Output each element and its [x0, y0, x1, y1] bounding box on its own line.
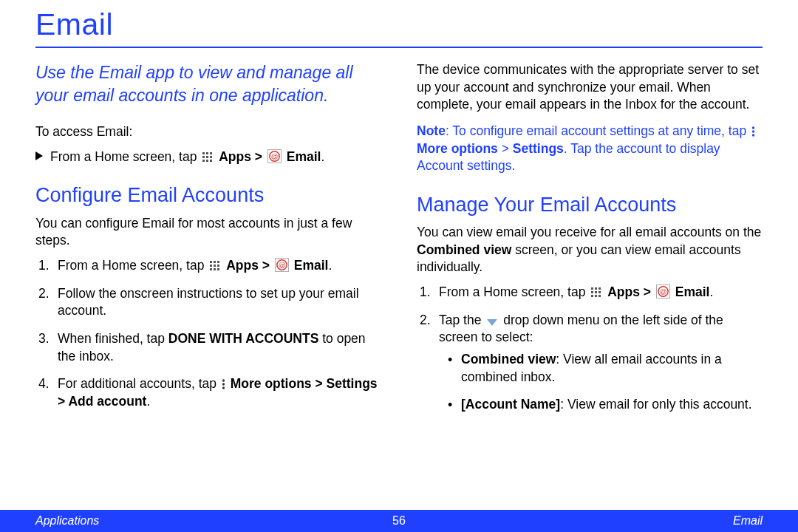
title-rule: [35, 47, 763, 48]
server-para: The device communicates with the appropr…: [417, 61, 763, 114]
note-b2: Settings: [513, 141, 564, 156]
note-b1: More options: [417, 141, 498, 156]
manage-heading: Manage Your Email Accounts: [417, 191, 763, 218]
bullet-account-name: [Account Name]: View email for only this…: [446, 396, 763, 414]
email-label: Email: [287, 149, 321, 164]
page-title: Email: [35, 7, 763, 47]
more-options-icon: [222, 378, 225, 390]
manage-bullets: Combined view: View all email accounts i…: [439, 351, 763, 414]
ms2-pre: Tap the: [439, 313, 485, 327]
apps-grid-icon: [202, 151, 214, 163]
more-options-icon: [751, 126, 755, 137]
cs4-b1: More options: [231, 376, 312, 391]
access-label: To access Email:: [35, 123, 381, 141]
cs4-mid: >: [312, 376, 327, 391]
ms1-gt: >: [640, 284, 655, 299]
left-column: Use the Email app to view and manage all…: [35, 61, 381, 424]
cs1-pre: From a Home screen, tap: [58, 258, 208, 273]
cs1-period: .: [328, 258, 332, 273]
note-label: Note: [417, 123, 446, 138]
cs4-pre: For additional accounts, tap: [58, 376, 220, 391]
play-icon: [35, 151, 43, 160]
ms1-pre: From a Home screen, tap: [439, 284, 589, 299]
footer-page-number: 56: [392, 514, 406, 528]
apps-grid-icon: [209, 260, 221, 272]
access-step: From a Home screen, tap Apps > Email.: [35, 149, 381, 166]
configure-step-1: From a Home screen, tap Apps > Email.: [35, 257, 381, 275]
cs3-b: DONE WITH ACCOUNTS: [168, 331, 319, 346]
gt-1: >: [251, 149, 266, 164]
configure-steps: From a Home screen, tap Apps > Email. Fo…: [35, 257, 381, 410]
note-t1: : To configure email account settings at…: [446, 123, 750, 138]
ms1-email: Email: [675, 284, 710, 299]
apps-label: Apps: [219, 149, 251, 164]
dropdown-icon: [486, 318, 498, 327]
cs4-mid2: >: [58, 394, 68, 409]
cs4-b2: Settings: [327, 376, 378, 391]
note-mid: >: [498, 141, 513, 156]
cs4-b3: Add account: [68, 394, 146, 409]
right-column: The device communicates with the appropr…: [417, 61, 763, 424]
footer-bar: Applications 56 Email: [0, 510, 798, 532]
configure-step-3: When finished, tap DONE WITH ACCOUNTS to…: [35, 330, 381, 365]
mi-pre: You can view email you receive for all e…: [417, 225, 761, 239]
configure-step-2: Follow the onscreen instructions to set …: [35, 285, 381, 320]
apps-grid-icon: [590, 287, 602, 299]
configure-intro: You can configure Email for most account…: [35, 215, 381, 250]
b1-b: Combined view: [461, 352, 556, 366]
cs1-gt: >: [259, 258, 273, 273]
configure-step-4: For additional accounts, tap More option…: [35, 375, 381, 410]
email-icon: [267, 149, 282, 163]
ms1-apps: Apps: [607, 284, 640, 299]
b2-post: : View email for only this account.: [560, 397, 751, 412]
period-1: .: [321, 149, 324, 164]
cs3-pre: When finished, tap: [58, 331, 168, 346]
email-icon: [275, 258, 289, 272]
footer-left: Applications: [35, 514, 99, 528]
footer-right: Email: [733, 514, 763, 528]
intro-text: Use the Email app to view and manage all…: [35, 61, 381, 107]
cs4-post: .: [146, 394, 150, 409]
email-icon: [656, 284, 670, 299]
manage-steps: From a Home screen, tap Apps > Email. Ta…: [417, 284, 763, 414]
manage-intro: You can view email you receive for all e…: [417, 224, 763, 276]
b2-b: [Account Name]: [461, 397, 560, 412]
cs1-apps: Apps: [226, 258, 259, 273]
ms1-period: .: [709, 284, 713, 299]
configure-heading: Configure Email Accounts: [35, 182, 381, 208]
mi-b: Combined view: [417, 242, 511, 257]
note-para: Note: To configure email account setting…: [417, 123, 763, 175]
cs1-email: Email: [294, 258, 329, 273]
access-step-text: From a Home screen, tap: [50, 149, 200, 164]
bullet-combined: Combined view: View all email accounts i…: [446, 351, 763, 386]
manage-step-2: Tap the drop down menu on the left side …: [417, 312, 763, 414]
manage-step-1: From a Home screen, tap Apps > Email.: [417, 284, 763, 301]
